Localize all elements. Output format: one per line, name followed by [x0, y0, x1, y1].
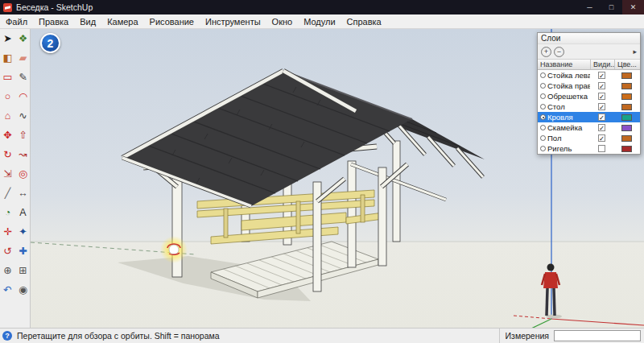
tool-move[interactable]: ✥ — [0, 126, 15, 145]
help-icon[interactable]: ? — [2, 331, 12, 341]
minimize-button[interactable]: ─ — [579, 0, 601, 14]
tool-make-component[interactable]: ❖ — [15, 29, 31, 48]
tool-rectangle[interactable]: ▭ — [0, 68, 15, 87]
menu-item[interactable]: Инструменты — [200, 14, 266, 28]
tool-dimension[interactable]: ↔ — [15, 184, 31, 203]
layer-color-swatch[interactable] — [621, 114, 632, 121]
layer-radio[interactable] — [540, 135, 546, 141]
tool-rotate[interactable]: ↻ — [0, 145, 15, 164]
tool-icon: A — [19, 208, 26, 218]
layer-visible-checkbox[interactable] — [598, 72, 605, 79]
layer-color-swatch[interactable] — [621, 83, 632, 89]
post[interactable] — [348, 161, 356, 267]
tool-icon: ↔ — [18, 188, 28, 199]
tool-eraser[interactable]: ▰ — [15, 48, 31, 68]
tool-push-pull[interactable]: ⇧ — [15, 126, 31, 145]
layer-color-swatch[interactable] — [621, 125, 632, 131]
layer-radio[interactable] — [540, 72, 546, 78]
add-layer-button[interactable]: + — [541, 47, 551, 57]
column-header-visible[interactable]: Види... — [591, 60, 615, 69]
layer-color-swatch[interactable] — [621, 104, 632, 110]
menu-item[interactable]: Вид — [74, 14, 101, 28]
status-hint: Перетащите для обзора с орбиты. Shift = … — [17, 331, 220, 341]
menu-item[interactable]: Файл — [0, 14, 33, 28]
window-title: Беседка - SketchUp — [16, 2, 93, 12]
layer-visible-checkbox[interactable] — [598, 145, 605, 152]
tool-line[interactable]: ✎ — [15, 68, 31, 87]
tool-previous-view[interactable]: ↶ — [0, 280, 15, 300]
bench-leg — [361, 195, 365, 222]
layer-visibility-cell — [590, 82, 613, 89]
layer-name: Кровля — [547, 113, 590, 122]
menu-item[interactable]: Модули — [298, 14, 341, 28]
layer-row[interactable]: Стол — [538, 101, 640, 112]
close-button[interactable]: ✕ — [622, 0, 644, 14]
menu-item[interactable]: Камера — [101, 14, 143, 28]
layer-radio[interactable] — [540, 93, 546, 99]
layer-color-swatch[interactable] — [621, 135, 632, 142]
layer-details-button[interactable]: ▸ — [633, 48, 637, 56]
measurements-input[interactable] — [554, 330, 641, 341]
layer-visible-checkbox[interactable] — [598, 82, 605, 89]
tool-offset[interactable]: ◎ — [15, 164, 31, 184]
menu-item[interactable]: Рисование — [144, 14, 200, 28]
post[interactable] — [393, 141, 400, 242]
layer-visible-checkbox[interactable] — [598, 124, 605, 131]
tool-zoom-extents[interactable]: ⊞ — [15, 261, 31, 280]
window-controls: ─ □ ✕ — [579, 0, 644, 14]
tool-text[interactable]: A — [15, 203, 31, 222]
layer-visible-checkbox[interactable] — [598, 103, 605, 110]
main-area: ➤ ❖ ◧ ▰ ▭ ✎ — [0, 29, 644, 328]
layer-color-cell — [613, 93, 640, 100]
layer-color-swatch[interactable] — [621, 146, 632, 152]
layer-radio[interactable] — [540, 83, 546, 89]
layer-row[interactable]: Стойка правая — [538, 81, 640, 91]
layer-radio[interactable] — [540, 104, 546, 110]
layer-visible-checkbox[interactable] — [598, 114, 605, 121]
layer-radio[interactable] — [540, 114, 546, 120]
layer-row[interactable]: Обрешетка — [538, 91, 640, 101]
tool-polygon[interactable]: ⌂ — [0, 106, 15, 126]
layer-radio[interactable] — [540, 125, 546, 130]
tool-orbit[interactable]: ↺ — [0, 242, 15, 261]
tool-scale[interactable]: ⇲ — [0, 164, 15, 184]
layer-name: Обрешетка — [547, 92, 590, 101]
tool-tape-measure[interactable]: ╱ — [0, 184, 15, 203]
layer-color-cell — [613, 104, 640, 110]
tool-paint[interactable]: ◧ — [0, 48, 15, 68]
layer-color-swatch[interactable] — [621, 72, 632, 79]
roof-left-slope[interactable] — [122, 71, 412, 206]
layer-row[interactable]: Ригель — [538, 143, 640, 154]
menu-item[interactable]: Окно — [266, 14, 299, 28]
tool-pan[interactable]: ✚ — [15, 242, 31, 261]
tool-zoom[interactable]: ⊕ — [0, 261, 15, 280]
tool-axes[interactable]: ✛ — [0, 222, 15, 242]
tool-freehand[interactable]: ∿ — [15, 106, 31, 126]
tool-3d-text[interactable]: ✦ — [15, 222, 31, 242]
layers-list: Стойка левая Стойка правая — [538, 70, 640, 154]
remove-layer-button[interactable]: − — [554, 47, 564, 57]
maximize-button[interactable]: □ — [601, 0, 622, 14]
layer-row[interactable]: Пол — [538, 133, 640, 143]
orbit-cursor — [160, 236, 188, 263]
layer-row[interactable]: Стойка левая — [538, 70, 640, 81]
layer-row[interactable]: Кровля — [538, 112, 640, 122]
tool-select[interactable]: ➤ — [0, 29, 15, 48]
tool-follow-me[interactable]: ↝ — [15, 145, 31, 164]
tool-circle[interactable]: ○ — [0, 87, 15, 106]
tool-look-around[interactable]: ◉ — [15, 280, 31, 300]
menu-item[interactable]: Справка — [341, 14, 387, 28]
orbit-icon — [169, 245, 179, 254]
layer-row[interactable]: Скамейка — [538, 122, 640, 133]
column-header-name[interactable]: Название — [538, 60, 591, 69]
gazebo-model[interactable] — [122, 71, 485, 298]
column-header-color[interactable]: Цве... — [615, 60, 640, 69]
layer-radio[interactable] — [540, 146, 546, 151]
viewport[interactable]: 2 Слои + − ▸ Название Види... Цве... — [31, 29, 644, 328]
layer-visible-checkbox[interactable] — [598, 93, 605, 100]
tool-protractor[interactable]: ◔ — [0, 203, 15, 222]
layer-visible-checkbox[interactable] — [598, 134, 605, 142]
layer-color-swatch[interactable] — [621, 93, 632, 100]
menu-item[interactable]: Правка — [33, 14, 74, 28]
tool-arc[interactable]: ◠ — [15, 87, 31, 106]
